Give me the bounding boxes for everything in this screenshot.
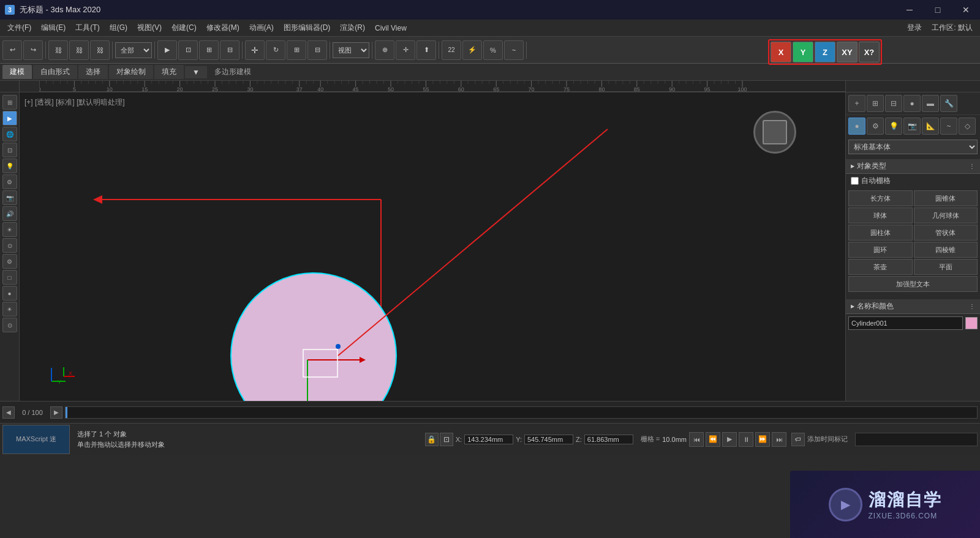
left-btn-3[interactable]: 🌐	[2, 127, 17, 141]
play-prev-frame[interactable]: ⏪	[706, 432, 720, 447]
selection-filter-button[interactable]: ⊟	[220, 40, 239, 60]
helper-type[interactable]: 📐	[922, 118, 939, 135]
name-color-options[interactable]: ⋮	[969, 303, 975, 310]
left-btn-7[interactable]: 📷	[2, 190, 17, 205]
play-skip-start[interactable]: ⏮	[689, 432, 704, 447]
menu-graph-editors[interactable]: 图形编辑器(D)	[279, 21, 336, 34]
cone-button[interactable]: 圆锥体	[914, 190, 978, 206]
box-button[interactable]: 长方体	[848, 190, 913, 206]
pivot-button[interactable]: ⊕	[375, 40, 394, 60]
system-type[interactable]: ◇	[959, 118, 976, 135]
left-btn-5[interactable]: 💡	[2, 159, 17, 173]
menu-login[interactable]: 登录	[902, 21, 927, 34]
section-options-icon[interactable]: ⋮	[969, 163, 975, 170]
plane-button[interactable]: 平面	[914, 259, 978, 275]
menu-modifiers[interactable]: 修改器(M)	[202, 21, 244, 34]
maxscript-label[interactable]: MAXScript 迷	[2, 425, 70, 454]
left-btn-10[interactable]: ⊙	[2, 238, 17, 253]
menu-rendering[interactable]: 渲染(R)	[335, 21, 370, 34]
left-btn-11[interactable]: ⚙	[2, 254, 17, 269]
select-region-button[interactable]: ⊡	[178, 40, 198, 60]
maximize-button[interactable]: □	[924, 0, 952, 20]
object-type-header[interactable]: ▶ 对象类型 ⋮	[846, 159, 980, 174]
create-tab[interactable]: +	[848, 95, 865, 112]
teapot-button[interactable]: 茶壶	[848, 259, 913, 275]
color-swatch[interactable]	[965, 317, 978, 329]
menu-views[interactable]: 视图(V)	[132, 21, 167, 34]
select-button[interactable]: ▶	[157, 40, 177, 60]
left-btn-6[interactable]: ⚙	[2, 174, 17, 189]
kbd-shortcut-button[interactable]: 22	[442, 40, 461, 60]
axis-y-button[interactable]: Y	[793, 42, 813, 62]
filter-dropdown[interactable]: 全部	[115, 42, 152, 58]
timeline-left-arrow[interactable]: ◀	[2, 406, 15, 419]
sub-tab-fill-options[interactable]: ▼	[185, 66, 207, 78]
geometry-type[interactable]: ●	[848, 118, 865, 135]
scale2-button[interactable]: ⊟	[307, 40, 327, 60]
viewport[interactable]: [+] [透视] [标准] [默认明暗处理]	[20, 92, 845, 401]
sphere-button[interactable]: 球体	[848, 207, 913, 223]
region-type-button[interactable]: ⊞	[199, 40, 219, 60]
torus-button[interactable]: 圆环	[848, 242, 913, 258]
close-button[interactable]: ✕	[952, 0, 980, 20]
bind-button[interactable]: ⛓	[90, 40, 110, 60]
utilities-tab[interactable]: 🔧	[940, 95, 957, 112]
textplus-button[interactable]: 加强型文本	[848, 276, 978, 292]
left-btn-8[interactable]: 🔊	[2, 206, 17, 221]
timeline-right-arrow[interactable]: ▶	[50, 406, 62, 419]
lock-button[interactable]: 🔒	[425, 433, 439, 446]
menu-edit[interactable]: 编辑(E)	[36, 21, 70, 34]
left-btn-13[interactable]: ●	[2, 286, 17, 301]
camera-type[interactable]: 📷	[903, 118, 921, 135]
object-name-input[interactable]	[848, 316, 963, 330]
timeline-track[interactable]	[65, 406, 978, 419]
play-skip-end[interactable]: ⏭	[772, 432, 786, 447]
menu-workspace[interactable]: 工作区: 默认	[927, 21, 978, 34]
modify-tab[interactable]: ⊞	[867, 95, 884, 112]
scale-button[interactable]: ⊞	[287, 40, 306, 60]
axis-xy-button[interactable]: XY	[837, 42, 858, 62]
align-up-button[interactable]: ⬆	[417, 40, 436, 60]
left-btn-2[interactable]: ▶	[2, 111, 17, 125]
axis-x-button[interactable]: X	[771, 42, 791, 62]
shape-type[interactable]: ⚙	[867, 118, 884, 135]
percent-button[interactable]: %	[483, 40, 503, 60]
extra-button[interactable]: ~	[504, 40, 524, 60]
view-dropdown[interactable]: 视图	[333, 42, 369, 58]
unlink-button[interactable]: ⛓	[69, 40, 89, 60]
play-pause-button[interactable]: ⏸	[739, 432, 753, 447]
move-button[interactable]: ✛	[245, 40, 265, 60]
add-time-tag-button[interactable]: 🏷	[791, 433, 805, 446]
menu-group[interactable]: 组(G)	[105, 21, 132, 34]
menu-civil-view[interactable]: Civil View	[370, 23, 412, 34]
left-btn-14[interactable]: ☀	[2, 302, 17, 316]
cylinder-button[interactable]: 圆柱体	[848, 225, 913, 241]
sub-tab-fill[interactable]: 填充	[154, 65, 184, 79]
menu-animation[interactable]: 动画(A)	[244, 21, 279, 34]
snap-button[interactable]: ⚡	[462, 40, 482, 60]
select-move-button[interactable]: ✛	[396, 40, 415, 60]
sub-tab-freeform[interactable]: 自由形式	[33, 65, 77, 79]
pyramid-button[interactable]: 四棱锥	[914, 242, 978, 258]
undo-button[interactable]: ↩	[2, 40, 22, 60]
left-btn-12[interactable]: □	[2, 270, 17, 285]
light-type[interactable]: 💡	[885, 118, 902, 135]
play-next-frame[interactable]: ⏩	[755, 432, 770, 447]
rotate-button[interactable]: ↻	[266, 40, 285, 60]
hierarchy-tab[interactable]: ⊟	[885, 95, 902, 112]
display-tab[interactable]: ▬	[922, 95, 939, 112]
auto-grid-checkbox[interactable]	[851, 177, 859, 185]
sub-tab-modeling[interactable]: 建模	[2, 65, 32, 79]
menu-create[interactable]: 创建(C)	[167, 21, 202, 34]
left-btn-9[interactable]: ☀	[2, 222, 17, 237]
motion-tab[interactable]: ●	[903, 95, 921, 112]
left-btn-4[interactable]: ⊡	[2, 143, 17, 157]
minimize-button[interactable]: ─	[895, 0, 924, 20]
spacewarp-type[interactable]: ~	[940, 118, 957, 135]
tube-button[interactable]: 管状体	[914, 225, 978, 241]
primitive-type-dropdown[interactable]: 标准基本体	[848, 140, 978, 154]
geosphere-button[interactable]: 几何球体	[914, 207, 978, 223]
sub-tab-selection[interactable]: 选择	[78, 65, 108, 79]
axis-xq-button[interactable]: X?	[859, 42, 880, 62]
play-button[interactable]: ▶	[722, 432, 737, 447]
